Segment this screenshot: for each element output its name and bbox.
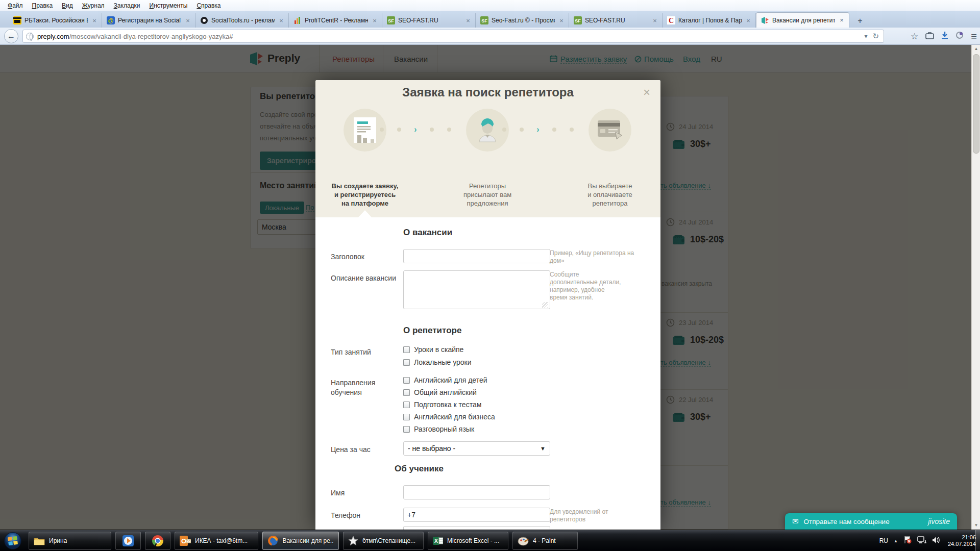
- site-identity-globe-icon[interactable]: [26, 33, 34, 40]
- urlbar-dropdown-icon[interactable]: ▾: [862, 33, 870, 40]
- reload-icon[interactable]: ↻: [870, 32, 881, 41]
- textarea-resize-grip[interactable]: [542, 302, 548, 308]
- tab-close-icon[interactable]: ×: [371, 17, 378, 24]
- taskbar: Ирина O ИКЕА - taxi@6tm... Вакансии для …: [0, 530, 980, 551]
- taskbar-folder-button[interactable]: Ирина: [29, 532, 111, 550]
- address-bar[interactable]: preply.com /moscow/vakancii-dlya-repetit…: [22, 30, 884, 43]
- tab-profitcentr[interactable]: ProfiTCentR - Рекламное ... ×: [289, 13, 382, 28]
- media-player-icon: [122, 535, 134, 547]
- step-dots: ›: [380, 127, 451, 132]
- close-icon[interactable]: ×: [640, 86, 653, 99]
- taskbar-paint-button[interactable]: 4 - Paint: [512, 532, 578, 550]
- scroll-down-icon[interactable]: ▼: [972, 521, 980, 530]
- tab-close-icon[interactable]: ×: [745, 17, 752, 24]
- tab-seofast-2[interactable]: SF Seo-Fast.ru © - Просмот... ×: [476, 13, 569, 28]
- menu-hamburger-icon[interactable]: ≡: [971, 31, 977, 42]
- tab-close-icon[interactable]: ×: [184, 17, 191, 24]
- start-button[interactable]: [4, 532, 22, 551]
- taskbar-firefox-button[interactable]: Вакансии для ре...: [262, 532, 339, 550]
- scroll-up-icon[interactable]: ▲: [972, 45, 980, 53]
- network-icon[interactable]: [917, 536, 926, 546]
- menu-tools[interactable]: Инструменты: [145, 1, 192, 11]
- tab-close-icon[interactable]: ×: [278, 17, 285, 24]
- folder-icon: [34, 537, 45, 545]
- checkbox[interactable]: [403, 359, 410, 366]
- checkbox-row[interactable]: Локальные уроки: [403, 358, 472, 366]
- action-center-flag-icon[interactable]: [903, 536, 912, 546]
- checkbox-label: Локальные уроки: [414, 358, 472, 366]
- checkbox[interactable]: [403, 414, 410, 420]
- bookmarks-panel-icon[interactable]: [925, 32, 934, 41]
- menu-file[interactable]: Файл: [3, 1, 28, 11]
- scrollbar-thumb[interactable]: [973, 54, 979, 154]
- menu-help[interactable]: Справка: [192, 1, 225, 11]
- taskbar-chrome-button[interactable]: [145, 532, 170, 550]
- tray-clock[interactable]: 21:06 24.07.2014: [948, 534, 976, 547]
- bookmark-star-icon[interactable]: ☆: [911, 31, 918, 42]
- tab-socialtools[interactable]: SocialTools.ru - реклама ... ×: [195, 13, 289, 28]
- tab-title: Регистрация на SocialTo...: [118, 17, 181, 24]
- description-textarea[interactable]: [403, 270, 550, 309]
- tab-preply-active[interactable]: Вакансии для репетитор... ×: [756, 12, 849, 28]
- tab-close-icon[interactable]: ×: [558, 17, 565, 24]
- checkbox-row[interactable]: Общий английский: [403, 388, 477, 396]
- taskbar-wmp-button[interactable]: [115, 532, 141, 550]
- phone-input[interactable]: [403, 508, 550, 522]
- credit-card-icon: [597, 120, 623, 140]
- menu-bookmarks[interactable]: Закладки: [109, 1, 145, 11]
- taskbar-star-button[interactable]: бтмп\Степанище...: [343, 532, 424, 550]
- taskbar-button-label: Microsoft Excel - ...: [447, 537, 499, 544]
- taskbar-outlook-button[interactable]: O ИКЕА - taxi@6tm...: [175, 532, 258, 550]
- show-desktop-button[interactable]: [975, 530, 980, 551]
- checkbox-row[interactable]: Разговорный язык: [403, 425, 474, 433]
- page-content: Preply Репетиторы Вакансии Разместить за…: [0, 45, 980, 530]
- checkbox-row[interactable]: Подготовка к тестам: [403, 400, 481, 409]
- tab-rbtaxi[interactable]: РБТакси. Российская Би... ×: [9, 13, 102, 28]
- checkbox-label: Английский для детей: [414, 376, 487, 384]
- checkbox-row[interactable]: Английский для бизнеса: [403, 413, 495, 421]
- envelope-icon: ✉: [792, 517, 799, 526]
- tab-seofast-3[interactable]: SF SEO-FAST.RU ×: [569, 13, 663, 28]
- session-icon[interactable]: [955, 31, 964, 41]
- checkbox[interactable]: [403, 346, 410, 353]
- sf-favicon-icon: SF: [574, 16, 582, 24]
- tray-expand-icon[interactable]: ▲: [894, 539, 898, 543]
- scrollbar[interactable]: ▲ ▼: [971, 45, 980, 530]
- tab-title: РБТакси. Российская Би...: [24, 17, 88, 24]
- checkbox[interactable]: [403, 389, 410, 396]
- back-button[interactable]: ←: [4, 29, 18, 43]
- svg-text:O: O: [181, 537, 186, 545]
- menu-history[interactable]: Журнал: [78, 1, 109, 11]
- tab-katalog-popov[interactable]: C Каталог | Попов & Партн... ×: [663, 13, 756, 28]
- tab-close-icon[interactable]: ×: [651, 17, 658, 24]
- downloads-icon[interactable]: [941, 31, 948, 41]
- menu-edit[interactable]: Правка: [28, 1, 58, 11]
- tab-close-icon[interactable]: ×: [838, 16, 845, 24]
- next-input-partial[interactable]: [403, 526, 550, 530]
- tab-close-icon[interactable]: ×: [464, 17, 472, 24]
- svg-text:SF: SF: [575, 18, 581, 23]
- checkbox[interactable]: [403, 402, 410, 408]
- checkbox-label: Уроки в скайпе: [414, 345, 463, 354]
- checkbox[interactable]: [403, 426, 410, 433]
- svg-text:SF: SF: [481, 18, 487, 23]
- step-arrow-icon: ›: [414, 127, 416, 132]
- volume-icon[interactable]: [932, 536, 940, 546]
- chat-widget[interactable]: ✉ Отправьте нам сообщение jivosite: [785, 513, 957, 530]
- svg-text:X: X: [434, 538, 438, 544]
- tab-socialtools-reg[interactable]: @ Регистрация на SocialTo... ×: [102, 13, 195, 28]
- title-hint: Пример, «Ищу репетитора на дом»: [550, 249, 639, 265]
- name-input[interactable]: [403, 485, 550, 499]
- title-input[interactable]: [403, 249, 550, 263]
- new-tab-button[interactable]: +: [852, 15, 868, 28]
- price-select[interactable]: - не выбрано - ▼: [403, 441, 550, 456]
- tab-seofast-1[interactable]: SF SEO-FAST.RU ×: [382, 13, 476, 28]
- tab-close-icon[interactable]: ×: [91, 17, 98, 24]
- taskbar-excel-button[interactable]: X Microsoft Excel - ...: [428, 532, 508, 550]
- menu-view[interactable]: Вид: [57, 1, 78, 11]
- checkbox-row[interactable]: Английский для детей: [403, 376, 487, 384]
- checkbox-row[interactable]: Уроки в скайпе: [403, 345, 463, 354]
- tray-language[interactable]: RU: [879, 537, 888, 544]
- checkbox[interactable]: [403, 377, 410, 384]
- student-section-heading: Об ученике: [395, 464, 444, 474]
